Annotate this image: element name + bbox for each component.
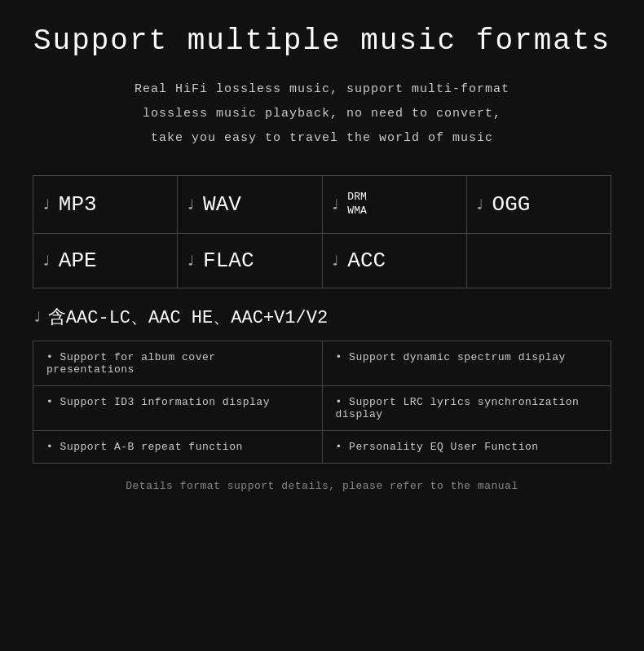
- features-row-2: • Support ID3 information display • Supp…: [33, 386, 611, 431]
- subtitle-line-2: lossless music playback, no need to conv…: [135, 102, 509, 126]
- feature-id3: • Support ID3 information display: [33, 386, 323, 430]
- features-grid: • Support for album cover presentations …: [33, 341, 611, 464]
- drm-line2: WMA: [347, 205, 366, 218]
- subtitle-line-1: Real HiFi lossless music, support multi-…: [135, 77, 509, 102]
- formats-row-1: ♩ MP3 ♩ WAV ♩ DRM WMA ♩ OGG: [33, 176, 611, 234]
- format-empty: [467, 234, 611, 288]
- format-flac-label: FLAC: [203, 249, 254, 273]
- music-note-icon: ♩: [331, 196, 340, 213]
- music-note-icon: ♩: [331, 252, 340, 270]
- music-note-icon: ♩: [42, 196, 51, 213]
- features-row-3: • Support A-B repeat function • Personal…: [33, 431, 611, 464]
- format-acc: ♩ ACC: [323, 234, 467, 288]
- format-flac: ♩ FLAC: [178, 234, 322, 288]
- feature-album-cover: • Support for album cover presentations: [33, 341, 323, 385]
- music-note-icon: ♩: [186, 196, 195, 213]
- features-row-1: • Support for album cover presentations …: [33, 341, 611, 386]
- feature-dynamic-spectrum: • Support dynamic spectrum display: [323, 341, 611, 385]
- format-wav: ♩ WAV: [178, 176, 322, 233]
- music-note-icon: ♩: [33, 308, 42, 326]
- format-ape-label: APE: [59, 249, 97, 273]
- feature-eq: • Personality EQ User Function: [323, 431, 611, 463]
- format-mp3: ♩ MP3: [33, 176, 178, 233]
- formats-row-2: ♩ APE ♩ FLAC ♩ ACC: [33, 234, 611, 288]
- format-mp3-label: MP3: [59, 192, 97, 217]
- aac-label: 含AAC-LC、AAC HE、AAC+V1/V2: [48, 305, 328, 329]
- footer-note: Details format support details, please r…: [126, 480, 518, 492]
- drm-line1: DRM: [347, 191, 366, 205]
- main-title: Support multiple music formats: [33, 24, 611, 58]
- format-ogg: ♩ OGG: [467, 176, 611, 233]
- format-acc-label: ACC: [347, 249, 386, 273]
- subtitle-block: Real HiFi lossless music, support multi-…: [135, 77, 509, 151]
- format-ape: ♩ APE: [33, 234, 178, 288]
- music-note-icon: ♩: [186, 252, 195, 270]
- format-wav-label: WAV: [203, 192, 241, 217]
- music-note-icon: ♩: [42, 252, 51, 270]
- format-ogg-label: OGG: [492, 192, 531, 217]
- feature-lrc: • Support LRC lyrics synchronization dis…: [323, 386, 611, 430]
- format-drm-wma: ♩ DRM WMA: [323, 176, 467, 233]
- format-drm-wma-label: DRM WMA: [347, 191, 366, 218]
- feature-ab-repeat: • Support A-B repeat function: [33, 431, 323, 463]
- music-note-icon: ♩: [475, 196, 484, 213]
- formats-grid: ♩ MP3 ♩ WAV ♩ DRM WMA ♩ OGG ♩ APE ♩ FLAC: [33, 175, 611, 288]
- aac-section: ♩ 含AAC-LC、AAC HE、AAC+V1/V2: [33, 305, 611, 329]
- subtitle-line-3: take you easy to travel the world of mus…: [135, 126, 509, 151]
